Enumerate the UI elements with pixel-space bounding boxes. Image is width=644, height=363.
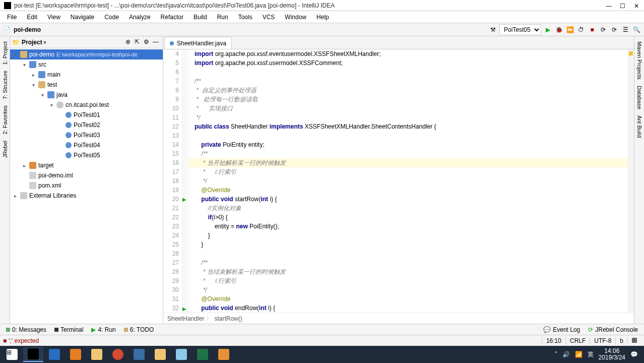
search-icon[interactable]: 🔍	[632, 25, 641, 34]
tree-toggle-icon[interactable]: ▸	[21, 163, 27, 168]
left-rail-item[interactable]: 1: Project	[1, 38, 9, 68]
taskbar-vscode[interactable]	[44, 347, 65, 362]
terminal-tool[interactable]: Terminal	[51, 325, 86, 334]
left-rail-item[interactable]: JRebel	[1, 138, 9, 161]
structure-icon[interactable]: ☰	[621, 25, 630, 34]
maximize-button[interactable]: ☐	[620, 3, 626, 9]
jrebel-console-tool[interactable]: ⟳JRebel Console	[585, 325, 641, 334]
todo-tool[interactable]: 6: TODO	[121, 325, 157, 334]
project-header-label[interactable]: Project	[22, 39, 42, 46]
encoding[interactable]: UTF-8	[590, 337, 615, 344]
line-separator[interactable]: CRLF	[565, 337, 590, 344]
tree-row[interactable]: pom.xml	[10, 180, 163, 191]
run-tool[interactable]: ▶4: Run	[88, 325, 118, 334]
debug-icon[interactable]: 🐞	[554, 25, 563, 34]
breadcrumb-root[interactable]: poi-demo	[14, 26, 488, 33]
taskbar-app-orange[interactable]	[66, 347, 86, 362]
tree-row[interactable]: PoiTest04	[10, 140, 163, 150]
marker-gutter[interactable]: ▶ ▶	[182, 49, 188, 313]
nav-arrow-icon[interactable]: 📄	[3, 26, 11, 33]
tree-row[interactable]: ▸External Libraries	[10, 191, 163, 201]
taskbar-paint[interactable]	[171, 347, 191, 362]
tree-row[interactable]: ▸target	[10, 160, 163, 170]
hide-icon[interactable]: —	[153, 38, 161, 46]
tree-row[interactable]: ▾poi-demoE:\workspace\hrm\poi-test\poi-d…	[10, 49, 163, 59]
build-icon[interactable]: ⚒	[488, 25, 497, 34]
taskbar-app[interactable]	[214, 347, 234, 362]
taskbar-excel[interactable]	[192, 347, 213, 362]
menu-window[interactable]: Window	[281, 13, 310, 22]
menu-run[interactable]: Run	[213, 13, 232, 22]
event-log-tool[interactable]: 💬Event Log	[540, 325, 583, 334]
tree-toggle-icon[interactable]: ▾	[21, 62, 27, 68]
minimize-button[interactable]: —	[606, 3, 612, 9]
stop-icon[interactable]: ■	[588, 25, 597, 34]
collapse-all-icon[interactable]: ⇱	[135, 38, 143, 46]
tray-ime[interactable]: 英	[588, 350, 594, 359]
readonly-toggle[interactable]	[627, 337, 641, 344]
settings-icon[interactable]: ⚙	[144, 38, 152, 46]
tree-row[interactable]: ▾test	[10, 80, 163, 90]
warning-marker-icon[interactable]	[629, 51, 633, 55]
coverage-icon[interactable]: ⏩	[565, 25, 574, 34]
right-rail-item[interactable]: Ant Build	[635, 112, 643, 141]
taskbar-folder[interactable]	[150, 347, 170, 362]
tree-toggle-icon[interactable]: ▾	[12, 52, 18, 57]
tree-row[interactable]: PoiTest05	[10, 150, 163, 160]
menu-code[interactable]: Code	[100, 13, 123, 22]
tree-row[interactable]: PoiTest03	[10, 130, 163, 140]
tray-volume-icon[interactable]: 🔊	[562, 351, 570, 358]
left-rail-item[interactable]: 7: Structure	[1, 68, 9, 102]
error-stripe[interactable]	[628, 49, 634, 313]
editor-tab[interactable]: SheetHandler.java	[164, 37, 232, 49]
caret-position[interactable]: 16:10	[542, 337, 565, 344]
tree-row[interactable]: PoiTest02	[10, 120, 163, 130]
scroll-from-source-icon[interactable]: ⊕	[125, 38, 134, 46]
run-config-select[interactable]: PoiTest05	[499, 24, 541, 35]
menu-edit[interactable]: Edit	[23, 13, 41, 22]
right-rail-item[interactable]: Maven Projects	[635, 38, 643, 83]
tree-row[interactable]: poi-demo.iml	[10, 170, 163, 180]
tree-row[interactable]: ▾cn.itcast.poi.test	[10, 100, 163, 110]
menu-file[interactable]: File	[3, 13, 21, 22]
right-rail-item[interactable]: Database	[635, 83, 643, 112]
taskbar-chrome[interactable]	[108, 347, 128, 362]
tray-chevron-up-icon[interactable]: ˄	[554, 351, 557, 358]
tree-toggle-icon[interactable]: ▸	[12, 193, 18, 199]
jrebel-debug-icon[interactable]: ⟳	[610, 25, 619, 34]
menu-vcs[interactable]: VCS	[259, 13, 279, 22]
menu-tools[interactable]: Tools	[234, 13, 256, 22]
taskbar-explorer[interactable]	[87, 347, 107, 362]
start-button[interactable]: ⊞	[2, 347, 22, 362]
tree-row[interactable]: ▾java	[10, 90, 163, 100]
tree-toggle-icon[interactable]: ▾	[39, 92, 45, 98]
tree-toggle-icon[interactable]: ▾	[30, 82, 36, 88]
project-view-dropdown-icon[interactable]: ▾	[43, 39, 46, 46]
jrebel-run-icon[interactable]: ⟳	[599, 25, 608, 34]
code-editor[interactable]: 4567891011121314151617181920212223242526…	[163, 49, 634, 313]
menu-help[interactable]: Help	[312, 13, 333, 22]
tray-notifications-icon[interactable]: 💬	[630, 351, 638, 358]
messages-tool[interactable]: 0: Messages	[3, 325, 49, 334]
tree-row[interactable]: ▸main	[10, 70, 163, 80]
line-gutter[interactable]: 4567891011121314151617181920212223242526…	[163, 49, 182, 313]
taskbar-app-blue[interactable]	[129, 347, 149, 362]
tree-row[interactable]: ▾src	[10, 59, 163, 70]
left-rail-item[interactable]: 2: Favorites	[1, 102, 9, 137]
menu-build[interactable]: Build	[189, 13, 211, 22]
menu-analyze[interactable]: Analyze	[125, 13, 155, 22]
breadcrumb-method[interactable]: startRow()	[214, 315, 242, 322]
breadcrumb-class[interactable]: SheetHandler	[167, 315, 204, 322]
code-content[interactable]: import org.apache.poi.xssf.eventusermode…	[188, 49, 628, 313]
menu-refactor[interactable]: Refactor	[157, 13, 187, 22]
system-tray[interactable]: ˄ 🔊 📶 英 14:06 2019/3/24 💬	[554, 348, 642, 361]
tray-date[interactable]: 2019/3/24	[599, 354, 625, 361]
close-button[interactable]: ✕	[634, 3, 640, 9]
tree-toggle-icon[interactable]: ▾	[48, 102, 54, 108]
project-view-icon[interactable]: 📁	[12, 39, 20, 46]
run-icon[interactable]: ▶	[543, 25, 552, 34]
profile-icon[interactable]: ⏱	[576, 25, 586, 34]
taskbar-intellij[interactable]	[23, 347, 43, 362]
menu-navigate[interactable]: Navigate	[67, 13, 98, 22]
tray-network-icon[interactable]: 📶	[575, 351, 583, 358]
